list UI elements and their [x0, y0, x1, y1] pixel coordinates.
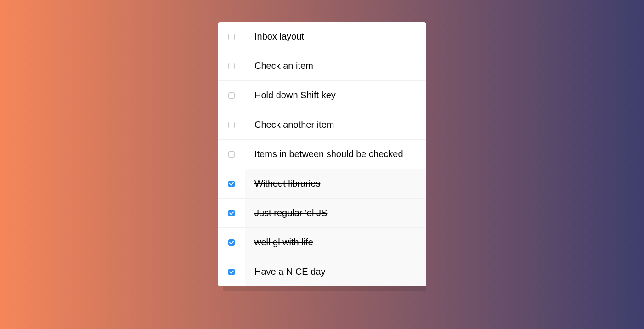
- item-checkbox[interactable]: [228, 210, 235, 216]
- checkbox-cell: [218, 81, 245, 110]
- item-label: Items in between should be checked: [245, 140, 426, 169]
- checkbox-cell: [218, 199, 245, 227]
- checkbox-cell: [218, 257, 245, 286]
- list-item: Hold down Shift key: [218, 81, 426, 110]
- item-checkbox[interactable]: [228, 151, 235, 158]
- checkbox-cell: [218, 228, 245, 257]
- list-item: Have a NICE day: [218, 257, 426, 286]
- item-label: Check an item: [245, 51, 426, 80]
- checkbox-cell: [218, 169, 245, 198]
- item-label: well gl with life: [245, 228, 426, 257]
- item-checkbox[interactable]: [228, 63, 235, 69]
- list-item: Without libraries: [218, 169, 426, 199]
- item-label: Hold down Shift key: [245, 81, 426, 110]
- checkbox-cell: [218, 22, 245, 51]
- list-item: Just regular 'ol JS: [218, 199, 426, 228]
- checkbox-cell: [218, 140, 245, 169]
- item-label: Without libraries: [245, 169, 426, 198]
- item-checkbox[interactable]: [228, 239, 235, 246]
- inbox-list: Inbox layout Check an item Hold down Shi…: [218, 22, 426, 286]
- item-label: Have a NICE day: [245, 257, 426, 286]
- item-checkbox[interactable]: [228, 269, 235, 275]
- item-label: Check another item: [245, 110, 426, 139]
- item-checkbox[interactable]: [228, 181, 235, 187]
- item-label: Just regular 'ol JS: [245, 199, 426, 227]
- list-item: Items in between should be checked: [218, 140, 426, 169]
- checkbox-cell: [218, 110, 245, 139]
- item-checkbox[interactable]: [228, 34, 235, 40]
- item-label: Inbox layout: [245, 22, 426, 51]
- item-checkbox[interactable]: [228, 122, 235, 128]
- list-item: well gl with life: [218, 228, 426, 257]
- list-item: Check an item: [218, 51, 426, 81]
- list-item: Inbox layout: [218, 22, 426, 51]
- item-checkbox[interactable]: [228, 92, 235, 99]
- list-item: Check another item: [218, 110, 426, 140]
- checkbox-cell: [218, 51, 245, 80]
